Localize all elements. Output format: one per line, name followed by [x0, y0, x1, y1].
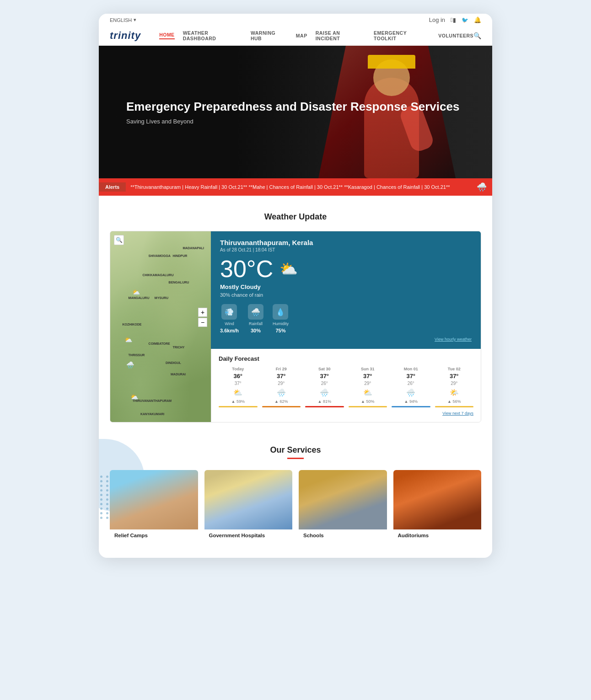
login-link[interactable]: Log in [429, 16, 445, 23]
logo[interactable]: trinity [110, 30, 141, 42]
forecast-day: Mon 01 37° 26° 🌧️ ▲ 94% [392, 367, 430, 407]
language-label: ENGLISH [110, 17, 132, 23]
forecast-day: Fri 29 37° 29° 🌧️ ▲ 62% [262, 367, 301, 407]
service-card-image [393, 470, 482, 529]
forecast-day-high: 37° [277, 373, 286, 379]
map-label: TRICHY [172, 346, 184, 349]
forecast-day-chance: ▲ 56% [447, 399, 461, 404]
humidity-icon: 💧 [273, 304, 288, 320]
map-label: MADURAI [171, 373, 186, 376]
map-label: KANYAKUMARI [140, 412, 164, 416]
map-zoom-out-button[interactable]: − [198, 318, 207, 327]
alerts-text: **Thiruvananthapuram | Heavy Rainfall | … [130, 184, 471, 190]
forecast-day-label: Tue 02 [448, 367, 461, 371]
service-card[interactable]: Relief Camps [110, 470, 198, 541]
forecast-day: Sat 30 37° 26° 🌧️ ▲ 81% [305, 367, 344, 407]
map-weather-pin: ⛅ [132, 289, 140, 296]
forecast-day-bar [219, 406, 258, 407]
service-card[interactable]: Schools [299, 470, 387, 541]
forecast-day-high: 36° [233, 373, 242, 379]
forecast-day: Tue 02 37° 29° 🌤️ ▲ 56% [435, 367, 474, 407]
nav-warning-hub[interactable]: WARNING HUB [251, 30, 288, 41]
nav-home[interactable]: HOME [159, 32, 175, 39]
map-inner: 🔍 + − SHIVAMOGGAHINDPURMADANAPALICHIKKAM… [110, 231, 211, 422]
map-label: CHIKKAMAGALURU [142, 273, 173, 277]
forecast-days: Today 36° 37° ⛅ ▲ 59% Fri 29 37° 29° 🌧️ … [219, 367, 473, 407]
forecast-day-chance: ▲ 94% [404, 399, 418, 404]
language-selector[interactable]: ENGLISH ▾ [110, 17, 136, 23]
service-card-label: Auditoriums [393, 529, 482, 541]
service-card[interactable]: Government Hospitals [204, 470, 293, 541]
map-label: MADANAPALI [183, 246, 204, 250]
twitter-icon[interactable]: 🐦 [462, 17, 468, 23]
forecast-day-low: 29° [278, 381, 285, 386]
forecast-day-high: 37° [450, 373, 459, 379]
service-card-image [299, 470, 387, 529]
weather-rainfall-stat: 🌧️ Rainfall 30% [248, 304, 263, 333]
map-label: HINDPUR [172, 254, 187, 257]
nav-raise-incident[interactable]: RAISE AN INCIDENT [316, 30, 365, 41]
map-label: MANGALURU [129, 296, 150, 299]
forecast-day-chance: ▲ 59% [231, 399, 245, 404]
wind-label: Wind [225, 321, 234, 326]
alerts-bar: Alerts **Thiruvananthapuram | Heavy Rain… [99, 178, 492, 196]
weather-section-title: Weather Update [110, 212, 481, 222]
service-card-image [204, 470, 293, 529]
map-label: MYSURU [155, 296, 168, 299]
notification-icon[interactable]: 🔔 [474, 16, 481, 23]
hero-title: Emergency Preparedness and Disaster Resp… [126, 99, 459, 115]
map-weather-pin: ⛅ [130, 393, 138, 401]
forecast-day-chance: ▲ 50% [361, 399, 374, 404]
forecast-panel: Daily Forecast Today 36° 37° ⛅ ▲ 59% Fri… [211, 349, 481, 422]
forecast-day-low: 37° [235, 381, 242, 386]
nav-emergency-toolkit[interactable]: EMERGENCY TOOLKIT [374, 30, 430, 41]
forecast-day-label: Sun 31 [361, 367, 375, 371]
forecast-day-label: Today [232, 367, 244, 371]
map-label: BENGALURU [169, 281, 189, 284]
alert-weather-icon: 🌧️ [477, 182, 487, 192]
forecast-day-bar [392, 406, 430, 407]
forecast-title: Daily Forecast [219, 355, 473, 362]
view-next-link[interactable]: View next 7 days [219, 411, 473, 416]
forecast-day-weather-icon: 🌧️ [320, 388, 329, 397]
map-zoom-in-button[interactable]: + [198, 308, 207, 317]
nav-map[interactable]: MAP [296, 33, 307, 38]
nav-weather-dashboard[interactable]: WEATHER DASHBOARD [183, 30, 242, 41]
map-label: SHIVAMOGGA [149, 254, 171, 257]
search-icon[interactable]: 🔍 [473, 32, 481, 39]
forecast-day-bar [435, 406, 474, 407]
top-bar-right: Log in ▮ 🐦 🔔 [429, 16, 481, 23]
service-card[interactable]: Auditoriums [393, 470, 482, 541]
map-label: THIRUVANANTHAPURAM [132, 399, 172, 402]
navbar: trinity HOME WEATHER DASHBOARD WARNING H… [99, 26, 492, 46]
weather-city: Thiruvananthapuram, Kerala [220, 239, 472, 246]
service-card-label: Government Hospitals [204, 529, 293, 541]
humidity-value: 75% [275, 328, 285, 333]
weather-humidity-stat: 💧 Humidity 75% [273, 304, 289, 333]
service-card-label: Relief Camps [110, 529, 198, 541]
forecast-day-label: Fri 29 [276, 367, 287, 371]
forecast-day-bar [262, 406, 301, 407]
forecast-day-label: Sat 30 [318, 367, 331, 371]
weather-main: 30°C ⛅ [220, 257, 472, 281]
weather-map[interactable]: 🔍 + − SHIVAMOGGAHINDPURMADANAPALICHIKKAM… [110, 231, 211, 422]
map-weather-pin: ⛅ [124, 336, 132, 343]
nav-volunteers[interactable]: VOLUNTEERS [438, 33, 473, 38]
top-bar: ENGLISH ▾ Log in ▮ 🐦 🔔 [99, 14, 492, 26]
forecast-day-weather-icon: 🌧️ [277, 388, 286, 397]
view-hourly-link[interactable]: View hourly weather [220, 337, 472, 342]
weather-date: As of 28 Oct.21 | 18:04 IST [220, 247, 472, 252]
rainfall-label: Rainfall [249, 321, 263, 326]
forecast-day-bar [305, 406, 344, 407]
map-zoom-button[interactable]: 🔍 [114, 235, 124, 245]
service-card-image [110, 470, 198, 529]
nav-links: HOME WEATHER DASHBOARD WARNING HUB MAP R… [159, 30, 473, 41]
weather-description: Mostly Cloudy [220, 283, 472, 290]
map-label: KOZHIKODE [122, 323, 141, 326]
forecast-day-high: 37° [363, 373, 372, 379]
forecast-day-weather-icon: 🌧️ [406, 388, 415, 397]
weather-wind-stat: 💨 Wind 3.6km/h [220, 304, 239, 333]
weather-section: Weather Update 🔍 + − SHIVAMOGGAHINDPURMA… [99, 196, 492, 432]
humidity-label: Humidity [273, 321, 289, 326]
facebook-icon[interactable]: ▮ [451, 16, 456, 23]
